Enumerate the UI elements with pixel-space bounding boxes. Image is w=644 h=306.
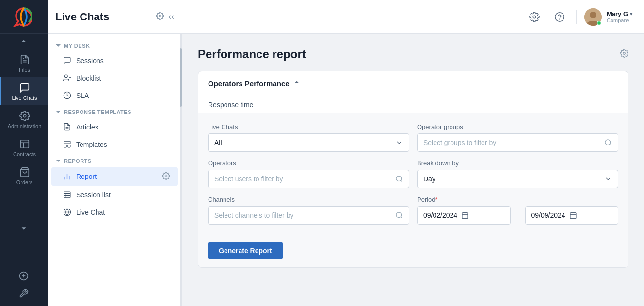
section-reports-label: REPORTS: [64, 158, 92, 164]
break-down-value: Day: [423, 175, 435, 183]
nav-scroll-down[interactable]: [0, 221, 48, 236]
nav-item-report-label: Report: [76, 173, 157, 180]
topbar-help-icon[interactable]: [551, 8, 568, 26]
topbar: Mary G ▾ Company: [182, 0, 644, 34]
report-footer: Generate Report: [198, 234, 628, 267]
filter-live-chats: Live Chats All: [208, 123, 409, 152]
svg-rect-16: [64, 141, 70, 144]
svg-point-2: [23, 114, 26, 117]
nav-item-sla[interactable]: SLA: [51, 87, 178, 104]
svg-line-36: [610, 144, 611, 145]
filter-operators: Operators Select users to filter by: [208, 160, 409, 188]
page-settings-icon[interactable]: [620, 49, 628, 60]
report-settings-icon[interactable]: [162, 172, 170, 181]
break-down-select[interactable]: Day: [417, 170, 618, 188]
filter-grid: Live Chats All Operator groups Select gr: [208, 123, 618, 225]
nav-item-blocklist-label: Blocklist: [76, 74, 170, 82]
nav-item-articles[interactable]: Articles: [51, 118, 178, 135]
svg-point-39: [396, 212, 402, 218]
sidebar-item-administration-label: Administration: [8, 123, 42, 129]
svg-point-10: [159, 15, 161, 17]
page-title: Performance report: [198, 48, 306, 61]
second-nav: Live Chats ‹‹ MY DESK Sessions: [48, 0, 182, 306]
nav-item-sla-label: SLA: [76, 92, 170, 99]
second-nav-header: Live Chats ‹‹: [48, 0, 182, 34]
topbar-settings-icon[interactable]: [526, 8, 543, 26]
sidebar-item-orders[interactable]: Orders: [0, 161, 48, 189]
user-company: Company: [607, 17, 632, 23]
live-chats-select[interactable]: All: [208, 133, 409, 152]
break-down-label: Break down by: [417, 160, 618, 167]
sidebar-item-live-chats[interactable]: Live Chats: [0, 77, 48, 105]
nav-item-sessions[interactable]: Sessions: [51, 52, 178, 69]
svg-point-37: [396, 176, 402, 181]
add-button[interactable]: [0, 267, 48, 285]
svg-rect-41: [462, 213, 468, 219]
logo: [0, 0, 48, 34]
nav-item-live-chat[interactable]: Live Chat: [51, 204, 178, 221]
nav-item-templates-label: Templates: [76, 141, 170, 148]
nav-item-articles-label: Articles: [76, 123, 170, 131]
second-nav-content: MY DESK Sessions Blocklist SLA: [48, 34, 182, 306]
channels-input[interactable]: Select channels to filter by: [208, 206, 409, 225]
section-my-desk[interactable]: MY DESK: [48, 38, 182, 51]
date-from-field[interactable]: 09/02/2024: [417, 206, 511, 225]
svg-point-33: [590, 12, 596, 18]
svg-point-34: [623, 52, 626, 55]
sidebar-item-contracts[interactable]: Contracts: [0, 133, 48, 161]
section-reports[interactable]: REPORTS: [48, 153, 182, 167]
operator-groups-placeholder: Select groups to filter by: [423, 139, 604, 146]
settings-icon[interactable]: [156, 12, 164, 22]
svg-point-35: [605, 140, 611, 145]
operator-groups-label: Operator groups: [417, 123, 618, 130]
collapse-icon[interactable]: ‹‹: [168, 12, 174, 22]
nav-item-blocklist[interactable]: Blocklist: [51, 69, 178, 86]
online-indicator: [597, 21, 601, 25]
svg-rect-3: [20, 140, 29, 148]
icon-nav: Files Live Chats Administration Contract…: [0, 0, 48, 306]
page-content: Performance report Operators Performance…: [182, 34, 644, 306]
nav-item-templates[interactable]: Templates: [51, 136, 178, 153]
icon-nav-bottom: [0, 267, 48, 306]
username: Mary G ▾: [607, 10, 632, 17]
date-to-value: 09/09/2024: [531, 211, 565, 219]
svg-point-11: [65, 75, 68, 78]
scroll-track: [180, 34, 182, 306]
report-section-title: Operators Performance: [208, 80, 290, 88]
nav-item-report[interactable]: Report: [51, 167, 178, 186]
topbar-user-menu[interactable]: Mary G ▾ Company: [584, 8, 632, 26]
channels-label: Channels: [208, 196, 409, 203]
second-nav-actions: ‹‹: [156, 12, 174, 22]
sidebar-item-files-label: Files: [19, 67, 30, 73]
date-to-field[interactable]: 09/09/2024: [525, 206, 619, 225]
section-collapse-icon[interactable]: [293, 79, 300, 88]
filter-break-down: Break down by Day: [417, 160, 618, 188]
nav-item-session-list[interactable]: Session list: [51, 186, 178, 203]
report-card: Operators Performance Response time Live…: [198, 71, 628, 268]
svg-rect-45: [570, 213, 576, 219]
svg-line-38: [401, 180, 402, 182]
report-card-header: Operators Performance: [198, 71, 628, 96]
avatar: [584, 8, 602, 26]
svg-line-40: [401, 217, 402, 218]
report-subsection-title: Response time: [198, 96, 628, 113]
date-range: 09/02/2024 — 09/09/2024: [417, 206, 618, 225]
sidebar-item-administration[interactable]: Administration: [0, 105, 48, 133]
sidebar-item-files[interactable]: Files: [0, 48, 48, 77]
main-content: Mary G ▾ Company Performance report Oper…: [182, 0, 644, 306]
svg-rect-23: [64, 192, 70, 198]
live-chats-label: Live Chats: [208, 123, 409, 130]
nav-item-live-chat-label: Live Chat: [76, 209, 170, 216]
section-response-templates-label: RESPONSE TEMPLATES: [64, 109, 131, 115]
period-label: Period*: [417, 196, 618, 203]
scroll-thumb[interactable]: [180, 48, 182, 107]
section-response-templates[interactable]: RESPONSE TEMPLATES: [48, 104, 182, 118]
svg-rect-18: [68, 145, 70, 147]
operators-input[interactable]: Select users to filter by: [208, 170, 409, 188]
generate-report-button[interactable]: Generate Report: [208, 242, 283, 259]
svg-point-29: [533, 16, 536, 18]
nav-scroll-up[interactable]: [0, 34, 48, 48]
operator-groups-input[interactable]: Select groups to filter by: [417, 133, 618, 152]
required-marker: *: [435, 196, 438, 203]
tools-button[interactable]: [0, 285, 48, 302]
